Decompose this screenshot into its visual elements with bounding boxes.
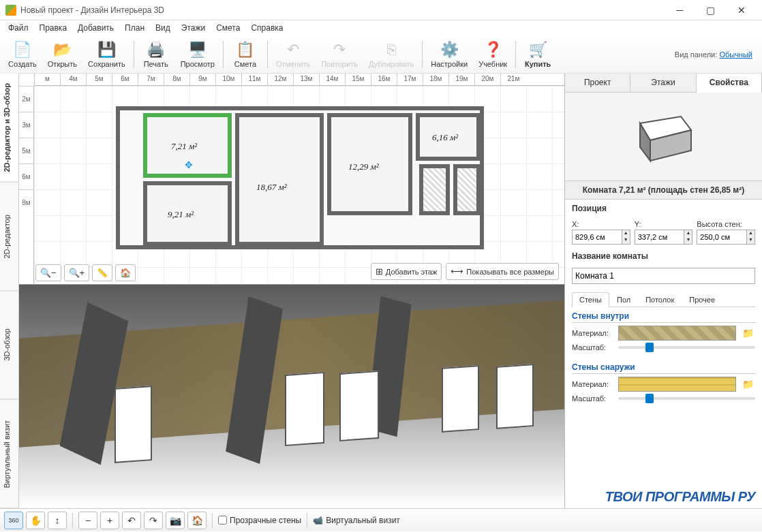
move-handle-icon[interactable]: ✥ — [185, 159, 193, 170]
room-2[interactable]: 6,16 м² — [416, 113, 481, 161]
canvas-area: м4м5м6м7м8м9м10м11м12м13м14м15м16м17м18м… — [19, 74, 564, 508]
h-up[interactable]: ▲ — [747, 230, 755, 237]
show-dims-button[interactable]: ⟷Показывать все размеры — [446, 263, 559, 280]
menu-floors[interactable]: Этажи — [176, 22, 211, 34]
panel-view: Вид панели: Обычный — [675, 50, 759, 59]
transparent-checkbox[interactable] — [218, 516, 227, 525]
tab-floors[interactable]: Этажи — [630, 74, 696, 92]
menu-file[interactable]: Файл — [3, 22, 34, 34]
plan-grid[interactable]: 7,21 м²✥ 6,16 м² 18,67 м² 12,29 м² 9,21 … — [34, 86, 564, 284]
walls-outside-group: Стены снаружи Материал: 📁 Масштаб: — [572, 362, 755, 405]
scale-in-slider[interactable] — [618, 346, 755, 349]
file-new-icon: 📄 — [13, 40, 32, 59]
settings-button[interactable]: ⚙️Настройки — [427, 39, 472, 69]
minimize-button[interactable]: ─ — [665, 0, 695, 20]
room-name-input[interactable] — [572, 268, 755, 284]
y-spinner[interactable]: ▲▼ — [635, 230, 693, 245]
x-input[interactable] — [573, 230, 622, 244]
view-photo[interactable]: 📷 — [166, 512, 185, 529]
subtab-floor[interactable]: Пол — [609, 292, 638, 307]
scale-out-label: Масштаб: — [572, 394, 614, 403]
room-1-selected[interactable]: 7,21 м²✥ — [143, 113, 232, 178]
tab-project[interactable]: Проект — [565, 74, 630, 92]
close-button[interactable]: ✕ — [726, 0, 757, 20]
create-button[interactable]: 📄Создать — [4, 39, 41, 69]
property-tabs: Проект Этажи Свойства — [565, 74, 762, 93]
zoom-out-icon: − — [85, 515, 91, 526]
room-5[interactable]: 9,21 м² — [143, 181, 232, 246]
x-down[interactable]: ▼ — [622, 237, 630, 244]
y-down[interactable]: ▼ — [684, 237, 692, 244]
menu-add[interactable]: Добавить — [72, 22, 119, 34]
material-in-swatch[interactable] — [618, 326, 736, 341]
pan-button[interactable]: ✋ — [26, 512, 45, 529]
plan-actions: ⊞Добавить этаж ⟷Показывать все размеры — [371, 263, 559, 280]
height-input[interactable] — [697, 230, 746, 244]
menu-plan[interactable]: План — [119, 22, 150, 34]
room-preview[interactable] — [565, 93, 762, 181]
estimate-button[interactable]: 📋Смета — [228, 39, 263, 69]
sidetab-2d[interactable]: 2D-редактор — [0, 183, 18, 292]
sidetab-virtual[interactable]: Виртуальный визит — [0, 400, 18, 509]
room-bath-2[interactable] — [453, 164, 481, 215]
height-label: Высота стен: — [697, 220, 755, 228]
maximize-button[interactable]: ▢ — [695, 0, 726, 20]
home-button[interactable]: 🏠 — [115, 264, 136, 281]
subtab-ceiling[interactable]: Потолок — [638, 292, 682, 307]
add-floor-button[interactable]: ⊞Добавить этаж — [371, 263, 442, 280]
panel-view-link[interactable]: Обычный — [719, 50, 752, 59]
height-button[interactable]: ↕ — [48, 512, 67, 529]
sidetab-2d-3d[interactable]: 2D-редактор и 3D-обзор — [0, 74, 18, 183]
subtab-walls[interactable]: Стены — [572, 292, 609, 307]
home-icon: 🏠 — [192, 515, 203, 526]
transparent-walls-check[interactable]: Прозрачные стены — [218, 516, 301, 525]
zoom-in-button[interactable]: 🔍+ — [64, 264, 90, 281]
view-right[interactable]: ↷ — [144, 512, 163, 529]
buy-button[interactable]: 🛒Купить — [520, 39, 555, 69]
help-button[interactable]: ❓Учебник — [474, 39, 511, 69]
room-4[interactable]: 12,29 м² — [327, 113, 412, 215]
measure-button[interactable]: 📏 — [92, 264, 112, 281]
plus-layer-icon: ⊞ — [376, 266, 383, 277]
menu-estimate[interactable]: Смета — [211, 22, 245, 34]
x-spinner[interactable]: ▲▼ — [572, 230, 630, 245]
menu-help[interactable]: Справка — [245, 22, 288, 34]
plan-2d[interactable]: м4м5м6м7м8м9м10м11м12м13м14м15м16м17м18м… — [19, 74, 564, 285]
zoom-in-3d[interactable]: + — [100, 512, 119, 529]
open-button[interactable]: 📂Открыть — [44, 39, 81, 69]
menu-view[interactable]: Вид — [150, 22, 176, 34]
h-down[interactable]: ▼ — [747, 237, 755, 244]
redo-button[interactable]: ↷Повторить — [317, 39, 362, 69]
material-in-browse[interactable]: 📁 — [740, 326, 755, 341]
room-bath-1[interactable] — [419, 164, 450, 215]
zoom-in-icon: + — [107, 515, 112, 526]
scale-in-label: Масштаб: — [572, 343, 614, 351]
scale-out-slider[interactable] — [618, 397, 755, 400]
view-left[interactable]: ↶ — [122, 512, 141, 529]
height-spinner[interactable]: ▲▼ — [697, 230, 755, 245]
print-button[interactable]: 🖨️Печать — [138, 39, 174, 69]
y-up[interactable]: ▲ — [684, 230, 692, 237]
menu-edit[interactable]: Правка — [34, 22, 73, 34]
material-out-browse[interactable]: 📁 — [740, 377, 755, 392]
undo-icon: ↶ — [284, 40, 303, 59]
orbit-button[interactable]: 360 — [4, 512, 23, 529]
room-name-label: Название комнаты — [565, 247, 762, 265]
save-button[interactable]: 💾Сохранить — [84, 39, 129, 69]
tab-properties[interactable]: Свойства — [697, 74, 762, 93]
zoom-out-3d[interactable]: − — [78, 512, 97, 529]
y-input[interactable] — [635, 230, 684, 244]
subtab-other[interactable]: Прочее — [682, 292, 722, 307]
preview-button[interactable]: 🖥️Просмотр — [177, 39, 219, 69]
virtual-visit-button[interactable]: 📹 Виртуальный визит — [313, 516, 400, 525]
sidetab-3d[interactable]: 3D-обзор — [0, 291, 18, 400]
view-home[interactable]: 🏠 — [187, 512, 207, 529]
material-out-swatch[interactable] — [618, 377, 736, 392]
view-3d[interactable] — [19, 285, 564, 508]
zoom-out-button[interactable]: 🔍− — [35, 264, 61, 281]
toolbar: 📄Создать 📂Открыть 💾Сохранить 🖨️Печать 🖥️… — [0, 35, 762, 74]
room-3[interactable]: 18,67 м² — [235, 113, 324, 246]
duplicate-button[interactable]: ⎘Дублировать — [365, 39, 418, 69]
undo-button[interactable]: ↶Отменить — [272, 39, 314, 69]
x-up[interactable]: ▲ — [622, 230, 630, 237]
